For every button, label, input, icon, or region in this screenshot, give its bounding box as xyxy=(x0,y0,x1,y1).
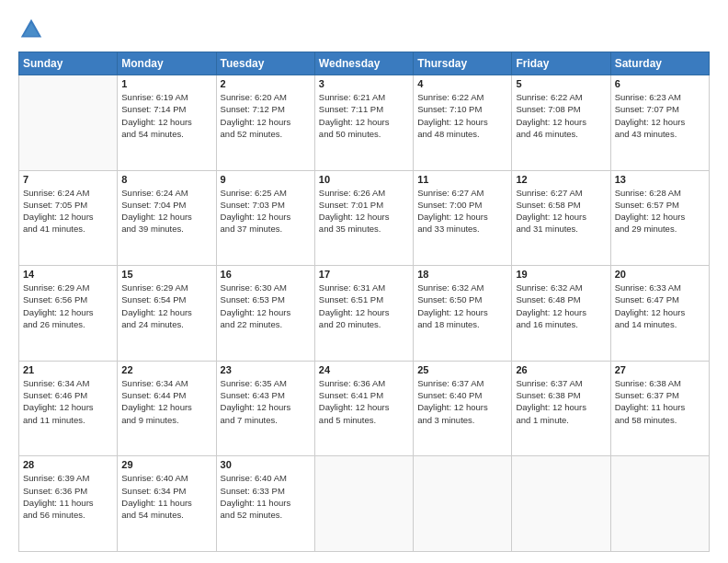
day-info: Sunrise: 6:25 AM Sunset: 7:03 PM Dayligh… xyxy=(221,187,311,236)
header xyxy=(18,17,710,42)
day-number: 26 xyxy=(516,364,606,375)
day-number: 5 xyxy=(516,78,606,89)
day-number: 11 xyxy=(417,174,507,185)
day-info: Sunrise: 6:36 AM Sunset: 6:41 PM Dayligh… xyxy=(319,377,409,426)
day-number: 7 xyxy=(23,174,113,185)
day-number: 28 xyxy=(23,459,113,470)
day-number: 27 xyxy=(615,364,705,375)
day-number: 15 xyxy=(121,269,211,280)
day-info: Sunrise: 6:40 AM Sunset: 6:34 PM Dayligh… xyxy=(121,472,211,521)
day-info: Sunrise: 6:37 AM Sunset: 6:38 PM Dayligh… xyxy=(516,377,606,426)
calendar-cell: 29Sunrise: 6:40 AM Sunset: 6:34 PM Dayli… xyxy=(118,456,216,552)
calendar-cell: 12Sunrise: 6:27 AM Sunset: 6:58 PM Dayli… xyxy=(512,170,610,266)
day-number: 18 xyxy=(417,269,507,280)
calendar-cell xyxy=(610,456,709,552)
day-info: Sunrise: 6:23 AM Sunset: 7:07 PM Dayligh… xyxy=(615,91,705,140)
day-number: 1 xyxy=(121,78,211,89)
day-header-monday: Monday xyxy=(118,52,216,75)
calendar-cell: 15Sunrise: 6:29 AM Sunset: 6:54 PM Dayli… xyxy=(118,266,216,362)
calendar-week-1: 1Sunrise: 6:19 AM Sunset: 7:14 PM Daylig… xyxy=(19,75,710,171)
calendar-cell: 10Sunrise: 6:26 AM Sunset: 7:01 PM Dayli… xyxy=(314,170,413,266)
calendar-cell: 7Sunrise: 6:24 AM Sunset: 7:05 PM Daylig… xyxy=(19,170,118,266)
day-number: 20 xyxy=(615,269,705,280)
calendar-cell: 20Sunrise: 6:33 AM Sunset: 6:47 PM Dayli… xyxy=(610,266,709,362)
day-number: 17 xyxy=(319,269,409,280)
day-info: Sunrise: 6:24 AM Sunset: 7:05 PM Dayligh… xyxy=(23,187,113,236)
calendar-cell: 3Sunrise: 6:21 AM Sunset: 7:11 PM Daylig… xyxy=(314,75,413,171)
day-info: Sunrise: 6:34 AM Sunset: 6:44 PM Dayligh… xyxy=(121,377,211,426)
day-info: Sunrise: 6:21 AM Sunset: 7:11 PM Dayligh… xyxy=(319,91,409,140)
logo xyxy=(18,17,48,42)
day-info: Sunrise: 6:22 AM Sunset: 7:10 PM Dayligh… xyxy=(417,91,507,140)
calendar-week-4: 21Sunrise: 6:34 AM Sunset: 6:46 PM Dayli… xyxy=(19,361,710,456)
day-info: Sunrise: 6:32 AM Sunset: 6:50 PM Dayligh… xyxy=(417,282,507,330)
day-number: 13 xyxy=(615,174,705,185)
calendar-header-row: SundayMondayTuesdayWednesdayThursdayFrid… xyxy=(19,52,710,75)
calendar-cell: 17Sunrise: 6:31 AM Sunset: 6:51 PM Dayli… xyxy=(314,266,413,362)
day-header-friday: Friday xyxy=(512,52,610,75)
calendar-cell: 9Sunrise: 6:25 AM Sunset: 7:03 PM Daylig… xyxy=(216,170,314,266)
calendar-cell: 18Sunrise: 6:32 AM Sunset: 6:50 PM Dayli… xyxy=(414,266,512,362)
calendar-cell: 2Sunrise: 6:20 AM Sunset: 7:12 PM Daylig… xyxy=(216,75,314,171)
day-number: 10 xyxy=(319,174,409,185)
day-info: Sunrise: 6:37 AM Sunset: 6:40 PM Dayligh… xyxy=(417,377,507,426)
day-info: Sunrise: 6:26 AM Sunset: 7:01 PM Dayligh… xyxy=(319,187,409,236)
calendar-cell: 25Sunrise: 6:37 AM Sunset: 6:40 PM Dayli… xyxy=(414,361,512,456)
calendar-cell: 11Sunrise: 6:27 AM Sunset: 7:00 PM Dayli… xyxy=(414,170,512,266)
day-info: Sunrise: 6:33 AM Sunset: 6:47 PM Dayligh… xyxy=(615,282,705,330)
day-number: 2 xyxy=(221,78,311,89)
day-info: Sunrise: 6:29 AM Sunset: 6:54 PM Dayligh… xyxy=(121,282,211,330)
calendar-cell xyxy=(314,456,413,552)
day-number: 14 xyxy=(23,269,113,280)
calendar-cell: 30Sunrise: 6:40 AM Sunset: 6:33 PM Dayli… xyxy=(216,456,314,552)
calendar-cell: 6Sunrise: 6:23 AM Sunset: 7:07 PM Daylig… xyxy=(610,75,709,171)
day-info: Sunrise: 6:22 AM Sunset: 7:08 PM Dayligh… xyxy=(516,91,606,140)
day-info: Sunrise: 6:24 AM Sunset: 7:04 PM Dayligh… xyxy=(121,187,211,236)
calendar-week-3: 14Sunrise: 6:29 AM Sunset: 6:56 PM Dayli… xyxy=(19,266,710,362)
day-info: Sunrise: 6:40 AM Sunset: 6:33 PM Dayligh… xyxy=(221,472,311,521)
day-info: Sunrise: 6:39 AM Sunset: 6:36 PM Dayligh… xyxy=(23,472,113,521)
day-number: 4 xyxy=(417,78,507,89)
day-number: 30 xyxy=(221,459,311,470)
calendar-cell xyxy=(512,456,610,552)
day-number: 8 xyxy=(121,174,211,185)
day-header-saturday: Saturday xyxy=(610,52,709,75)
day-number: 23 xyxy=(221,364,311,375)
day-number: 24 xyxy=(319,364,409,375)
day-number: 25 xyxy=(417,364,507,375)
calendar-cell: 5Sunrise: 6:22 AM Sunset: 7:08 PM Daylig… xyxy=(512,75,610,171)
day-number: 22 xyxy=(121,364,211,375)
day-number: 3 xyxy=(319,78,409,89)
calendar-cell: 21Sunrise: 6:34 AM Sunset: 6:46 PM Dayli… xyxy=(19,361,118,456)
calendar-cell: 4Sunrise: 6:22 AM Sunset: 7:10 PM Daylig… xyxy=(414,75,512,171)
calendar-cell: 24Sunrise: 6:36 AM Sunset: 6:41 PM Dayli… xyxy=(314,361,413,456)
day-header-sunday: Sunday xyxy=(19,52,118,75)
day-info: Sunrise: 6:19 AM Sunset: 7:14 PM Dayligh… xyxy=(121,91,211,140)
day-info: Sunrise: 6:32 AM Sunset: 6:48 PM Dayligh… xyxy=(516,282,606,330)
day-header-tuesday: Tuesday xyxy=(216,52,314,75)
calendar-cell: 27Sunrise: 6:38 AM Sunset: 6:37 PM Dayli… xyxy=(610,361,709,456)
calendar-cell: 8Sunrise: 6:24 AM Sunset: 7:04 PM Daylig… xyxy=(118,170,216,266)
day-info: Sunrise: 6:29 AM Sunset: 6:56 PM Dayligh… xyxy=(23,282,113,330)
day-number: 12 xyxy=(516,174,606,185)
day-number: 16 xyxy=(221,269,311,280)
calendar-cell: 1Sunrise: 6:19 AM Sunset: 7:14 PM Daylig… xyxy=(118,75,216,171)
calendar-cell xyxy=(414,456,512,552)
day-info: Sunrise: 6:27 AM Sunset: 6:58 PM Dayligh… xyxy=(516,187,606,236)
day-info: Sunrise: 6:38 AM Sunset: 6:37 PM Dayligh… xyxy=(615,377,705,426)
logo-icon xyxy=(18,17,44,42)
day-info: Sunrise: 6:31 AM Sunset: 6:51 PM Dayligh… xyxy=(319,282,409,330)
calendar-cell: 14Sunrise: 6:29 AM Sunset: 6:56 PM Dayli… xyxy=(19,266,118,362)
calendar-cell: 13Sunrise: 6:28 AM Sunset: 6:57 PM Dayli… xyxy=(610,170,709,266)
day-info: Sunrise: 6:35 AM Sunset: 6:43 PM Dayligh… xyxy=(221,377,311,426)
calendar-week-5: 28Sunrise: 6:39 AM Sunset: 6:36 PM Dayli… xyxy=(19,456,710,552)
calendar-cell: 19Sunrise: 6:32 AM Sunset: 6:48 PM Dayli… xyxy=(512,266,610,362)
calendar-cell: 28Sunrise: 6:39 AM Sunset: 6:36 PM Dayli… xyxy=(19,456,118,552)
calendar-cell: 22Sunrise: 6:34 AM Sunset: 6:44 PM Dayli… xyxy=(118,361,216,456)
calendar-cell: 26Sunrise: 6:37 AM Sunset: 6:38 PM Dayli… xyxy=(512,361,610,456)
calendar-cell: 23Sunrise: 6:35 AM Sunset: 6:43 PM Dayli… xyxy=(216,361,314,456)
day-number: 9 xyxy=(221,174,311,185)
day-number: 19 xyxy=(516,269,606,280)
calendar-cell xyxy=(19,75,118,171)
day-header-wednesday: Wednesday xyxy=(314,52,413,75)
